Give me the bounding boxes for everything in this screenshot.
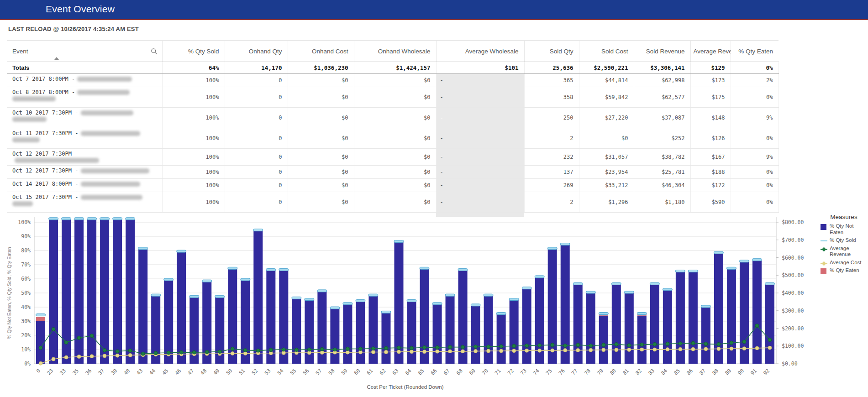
avg-cost-point[interactable]	[691, 347, 695, 351]
chart-bar[interactable]	[381, 313, 390, 364]
avg-cost-point[interactable]	[371, 350, 375, 354]
avg-revenue-point[interactable]	[192, 350, 196, 354]
avg-revenue-point[interactable]	[602, 343, 605, 347]
chart-bar[interactable]	[113, 219, 122, 364]
chart-bar[interactable]	[177, 252, 186, 364]
avg-revenue-point[interactable]	[461, 345, 465, 349]
avg-revenue-point[interactable]	[179, 350, 183, 354]
chart-bar[interactable]	[407, 302, 416, 364]
chart-bar[interactable]	[497, 314, 506, 364]
sold-cap[interactable]	[714, 251, 723, 254]
sold-cap[interactable]	[202, 280, 212, 282]
avg-revenue-point[interactable]	[653, 342, 657, 346]
sold-cap[interactable]	[368, 294, 378, 296]
sold-cap[interactable]	[381, 311, 391, 313]
sold-cap[interactable]	[509, 298, 519, 301]
sold-cap[interactable]	[292, 297, 301, 299]
avg-cost-point[interactable]	[423, 350, 426, 354]
avg-cost-point[interactable]	[730, 347, 733, 350]
avg-revenue-point[interactable]	[243, 349, 247, 352]
chart-bar[interactable]	[765, 284, 774, 364]
legend-item-average-cost[interactable]: Average Cost	[821, 260, 867, 266]
sold-cap[interactable]	[151, 294, 161, 296]
avg-revenue-point[interactable]	[397, 346, 400, 350]
chart-bar[interactable]	[74, 219, 84, 364]
sold-cap[interactable]	[36, 314, 46, 316]
sold-cap[interactable]	[74, 218, 84, 220]
avg-revenue-point[interactable]	[205, 350, 209, 354]
avg-cost-point[interactable]	[563, 349, 567, 352]
avg-cost-point[interactable]	[551, 349, 554, 352]
sold-cap[interactable]	[458, 268, 468, 271]
avg-revenue-point[interactable]	[307, 348, 311, 351]
column-header-onhand-wholesale[interactable]: Onhand Wholesale	[354, 41, 436, 62]
avg-cost-point[interactable]	[384, 350, 388, 354]
sold-cap[interactable]	[484, 294, 493, 296]
avg-revenue-point[interactable]	[154, 351, 158, 355]
chart-bar[interactable]	[650, 284, 659, 364]
legend-item-qty-eaten[interactable]: % Qty Eaten	[821, 267, 867, 274]
avg-cost-point[interactable]	[410, 350, 414, 354]
avg-revenue-point[interactable]	[346, 347, 349, 350]
avg-cost-point[interactable]	[525, 349, 529, 352]
avg-revenue-point[interactable]	[768, 338, 772, 342]
chart-bar[interactable]	[599, 316, 608, 364]
legend-item-qty-sold[interactable]: % Qty Sold	[821, 237, 867, 244]
avg-cost-point[interactable]	[103, 354, 106, 358]
sold-cap[interactable]	[253, 229, 263, 231]
avg-revenue-point[interactable]	[320, 347, 324, 351]
avg-cost-point[interactable]	[320, 351, 324, 355]
event-cell[interactable]: Oct 8 2017 8:00PM -	[7, 87, 162, 108]
column-header-qty-sold[interactable]: % Qty Sold	[162, 41, 225, 62]
avg-cost-point[interactable]	[640, 348, 644, 351]
avg-cost-point[interactable]	[615, 348, 618, 352]
sold-cap[interactable]	[305, 298, 314, 301]
chart-bar[interactable]	[87, 219, 96, 364]
avg-revenue-point[interactable]	[704, 342, 708, 346]
sold-cap[interactable]	[637, 313, 647, 315]
avg-revenue-point[interactable]	[423, 345, 426, 349]
chart-bar[interactable]	[663, 290, 672, 364]
avg-cost-point[interactable]	[742, 347, 746, 350]
legend-item-qty-not-eaten[interactable]: % Qty Not Eaten	[821, 223, 867, 235]
chart-bar[interactable]	[36, 321, 45, 364]
avg-cost-point[interactable]	[653, 348, 657, 351]
chart-bar[interactable]	[394, 242, 403, 364]
avg-cost-point[interactable]	[116, 354, 119, 357]
avg-revenue-point[interactable]	[218, 350, 221, 354]
chart-bar[interactable]	[446, 296, 455, 364]
column-header-sold-qty[interactable]: Sold Qty	[524, 41, 579, 62]
sold-cap[interactable]	[599, 313, 608, 315]
chart-bar[interactable]	[343, 304, 352, 364]
avg-cost-point[interactable]	[128, 353, 132, 357]
event-cell[interactable]: Oct 7 2017 8:00PM -	[7, 74, 162, 87]
sold-cap[interactable]	[241, 278, 250, 281]
sold-cap[interactable]	[611, 282, 621, 285]
avg-revenue-point[interactable]	[231, 347, 234, 350]
avg-cost-point[interactable]	[52, 357, 55, 361]
column-header-average-wholesale[interactable]: Average Wholesale	[436, 41, 524, 62]
avg-revenue-point[interactable]	[371, 347, 375, 350]
sold-cap[interactable]	[739, 260, 749, 262]
sold-cap[interactable]	[317, 290, 327, 292]
avg-revenue-point[interactable]	[167, 351, 170, 355]
sold-cap[interactable]	[266, 268, 276, 271]
avg-revenue-point[interactable]	[282, 348, 285, 351]
avg-revenue-point[interactable]	[717, 342, 721, 346]
avg-cost-point[interactable]	[397, 350, 400, 354]
event-cell[interactable]: Oct 10 2017 7:30PM -	[7, 108, 162, 128]
legend-item-average-revenue[interactable]: Average Revenue	[821, 246, 867, 258]
sold-cap[interactable]	[113, 218, 122, 220]
sold-cap[interactable]	[394, 240, 404, 242]
column-header-event[interactable]: Event	[7, 41, 162, 62]
avg-revenue-point[interactable]	[627, 344, 631, 347]
avg-revenue-point[interactable]	[563, 344, 567, 347]
chart-bar[interactable]	[637, 316, 647, 364]
sold-cap[interactable]	[62, 218, 71, 220]
avg-cost-point[interactable]	[90, 355, 94, 358]
chart-bar[interactable]	[484, 296, 493, 364]
sold-cap[interactable]	[535, 276, 544, 278]
sold-cap[interactable]	[215, 295, 225, 298]
avg-revenue-point[interactable]	[525, 344, 529, 347]
avg-cost-point[interactable]	[77, 355, 81, 359]
